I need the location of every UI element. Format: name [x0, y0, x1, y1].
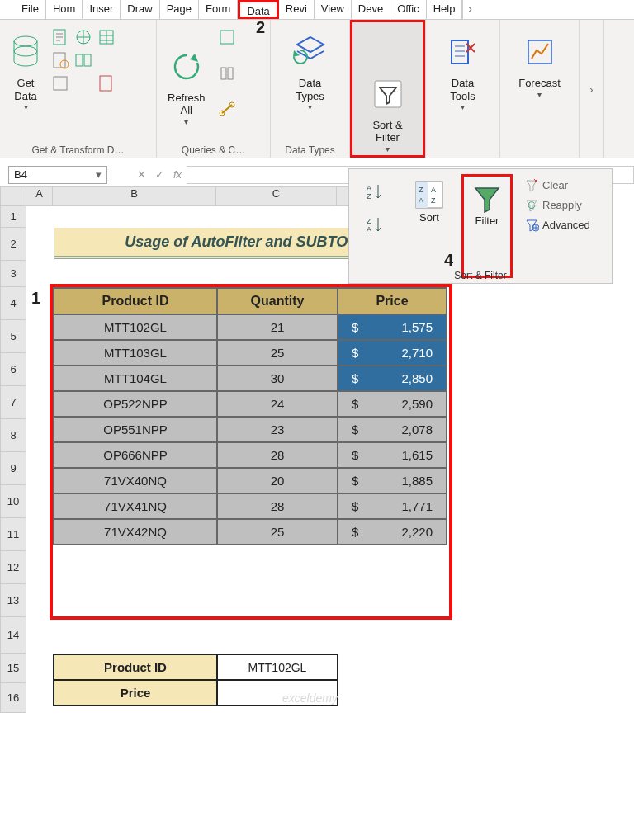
- table-row[interactable]: MTT103GL25$2,710: [54, 340, 447, 366]
- cell-product-id[interactable]: 71VX40NQ: [54, 468, 217, 493]
- cell-quantity[interactable]: 28: [217, 442, 338, 468]
- tab-file[interactable]: File: [15, 0, 46, 19]
- cell-price[interactable]: $2,590: [338, 391, 447, 417]
- cell-quantity[interactable]: 21: [217, 314, 338, 340]
- recent-sources-icon[interactable]: [51, 51, 69, 69]
- row-header[interactable]: 6: [0, 353, 26, 386]
- tab-view[interactable]: View: [315, 0, 352, 19]
- properties-icon[interactable]: [218, 64, 236, 83]
- reapply-button[interactable]: Reapply: [523, 196, 592, 214]
- table-row[interactable]: 71VX42NQ25$2,220: [54, 519, 447, 545]
- lookup-product-id-value[interactable]: MTT102GL: [217, 654, 338, 680]
- cell-quantity[interactable]: 20: [217, 468, 338, 493]
- row-header[interactable]: 9: [0, 452, 26, 485]
- cell-price[interactable]: $2,220: [338, 519, 447, 545]
- row-header[interactable]: 3: [0, 261, 26, 287]
- cell-product-id[interactable]: MTT102GL: [54, 314, 217, 340]
- cell-price[interactable]: $2,078: [338, 417, 447, 442]
- cell-product-id[interactable]: OP666NPP: [54, 442, 217, 468]
- chevron-down-icon[interactable]: ▾: [96, 168, 102, 181]
- enter-formula-button[interactable]: ✓: [150, 168, 168, 181]
- cancel-formula-button[interactable]: ✕: [132, 168, 150, 181]
- tab-review[interactable]: Revi: [279, 0, 315, 19]
- cell-price[interactable]: $1,615: [338, 442, 447, 468]
- col-header-B[interactable]: B: [53, 186, 216, 206]
- th-price[interactable]: Price: [338, 288, 447, 314]
- table-row[interactable]: 71VX41NQ28$1,771: [54, 493, 447, 519]
- refresh-all-button[interactable]: Refresh All ▾: [162, 23, 211, 130]
- row-header[interactable]: 10: [0, 485, 26, 518]
- table-row[interactable]: OP522NPP24$2,590: [54, 391, 447, 417]
- edit-links-icon[interactable]: [218, 101, 236, 119]
- filter-button[interactable]: Filter: [461, 174, 513, 278]
- cell-price[interactable]: $1,575: [338, 314, 447, 340]
- cell-product-id[interactable]: 71VX42NQ: [54, 519, 217, 545]
- row-header[interactable]: 14: [0, 617, 26, 654]
- tab-page-layout[interactable]: Page: [160, 0, 199, 19]
- row-header[interactable]: 1: [0, 206, 26, 228]
- data-types-button[interactable]: Data Types ▾: [276, 23, 344, 116]
- cell-quantity[interactable]: 24: [217, 391, 338, 417]
- table-row[interactable]: MTT104GL30$2,850: [54, 366, 447, 391]
- row-header[interactable]: 7: [0, 386, 26, 419]
- tab-data[interactable]: Data: [238, 0, 278, 19]
- tab-office[interactable]: Offic: [390, 0, 427, 19]
- misc2-icon[interactable]: [97, 74, 116, 92]
- cell-quantity[interactable]: 30: [217, 366, 338, 391]
- tab-formulas[interactable]: Form: [199, 0, 238, 19]
- data-tools-button[interactable]: Data Tools ▾: [431, 23, 494, 116]
- row-header[interactable]: 11: [0, 518, 26, 551]
- cell-product-id[interactable]: OP522NPP: [54, 391, 217, 417]
- table-row[interactable]: OP666NPP28$1,615: [54, 442, 447, 468]
- sort-filter-button[interactable]: Sort & Filter ▾: [350, 20, 425, 158]
- cell-price[interactable]: $2,850: [338, 366, 447, 391]
- name-box[interactable]: B4 ▾: [8, 166, 107, 184]
- cell-quantity[interactable]: 28: [217, 493, 338, 519]
- row-header[interactable]: 12: [0, 551, 26, 584]
- table-row[interactable]: 71VX40NQ20$1,885: [54, 468, 447, 493]
- cell-quantity[interactable]: 25: [217, 519, 338, 545]
- row-header[interactable]: 5: [0, 320, 26, 353]
- table-row[interactable]: OP551NPP23$2,078: [54, 417, 447, 442]
- row-header[interactable]: 13: [0, 584, 26, 617]
- th-product-id[interactable]: Product ID: [54, 288, 217, 314]
- get-data-button[interactable]: Get Data ▾: [5, 23, 46, 116]
- row-header[interactable]: 2: [0, 228, 26, 261]
- cell-quantity[interactable]: 23: [217, 417, 338, 442]
- cell-product-id[interactable]: MTT103GL: [54, 340, 217, 366]
- cell-product-id[interactable]: MTT104GL: [54, 366, 217, 391]
- row-header[interactable]: 16: [0, 683, 26, 713]
- tab-developer[interactable]: Deve: [352, 0, 390, 19]
- sort-asc-button[interactable]: AZ: [357, 177, 394, 207]
- sort-desc-button[interactable]: ZA: [357, 210, 394, 240]
- row-header[interactable]: 8: [0, 419, 26, 452]
- ribbon-scroll-right[interactable]: ›: [462, 0, 476, 19]
- forecast-button[interactable]: Forecast ▾: [505, 23, 574, 103]
- col-header-C[interactable]: C: [216, 186, 337, 206]
- cell-product-id[interactable]: 71VX41NQ: [54, 493, 217, 519]
- from-web-icon[interactable]: [74, 28, 92, 46]
- insert-function-button[interactable]: fx: [168, 168, 187, 181]
- from-text-icon[interactable]: [51, 28, 69, 46]
- select-all-cell[interactable]: [0, 186, 26, 206]
- cell-price[interactable]: $1,771: [338, 493, 447, 519]
- misc1-icon[interactable]: [51, 74, 69, 92]
- cell-price[interactable]: $2,710: [338, 340, 447, 366]
- clear-filter-button[interactable]: Clear: [523, 176, 592, 194]
- tab-help[interactable]: Help: [427, 0, 463, 19]
- ribbon-overflow-icon[interactable]: ›: [589, 83, 593, 96]
- advanced-filter-button[interactable]: Advanced: [523, 215, 592, 234]
- tab-draw[interactable]: Draw: [121, 0, 159, 19]
- th-quantity[interactable]: Quantity: [217, 288, 338, 314]
- row-header[interactable]: 15: [0, 654, 26, 683]
- tab-home[interactable]: Hom: [46, 0, 83, 19]
- col-header-A[interactable]: A: [26, 186, 53, 206]
- tab-insert[interactable]: Inser: [83, 0, 121, 19]
- table-row[interactable]: MTT102GL21$1,575: [54, 314, 447, 340]
- row-header[interactable]: 4: [0, 287, 26, 320]
- cell-price[interactable]: $1,885: [338, 468, 447, 493]
- from-table-icon[interactable]: [97, 28, 116, 46]
- cell-quantity[interactable]: 25: [217, 340, 338, 366]
- existing-connections-icon[interactable]: [74, 51, 92, 69]
- cell-product-id[interactable]: OP551NPP: [54, 417, 217, 442]
